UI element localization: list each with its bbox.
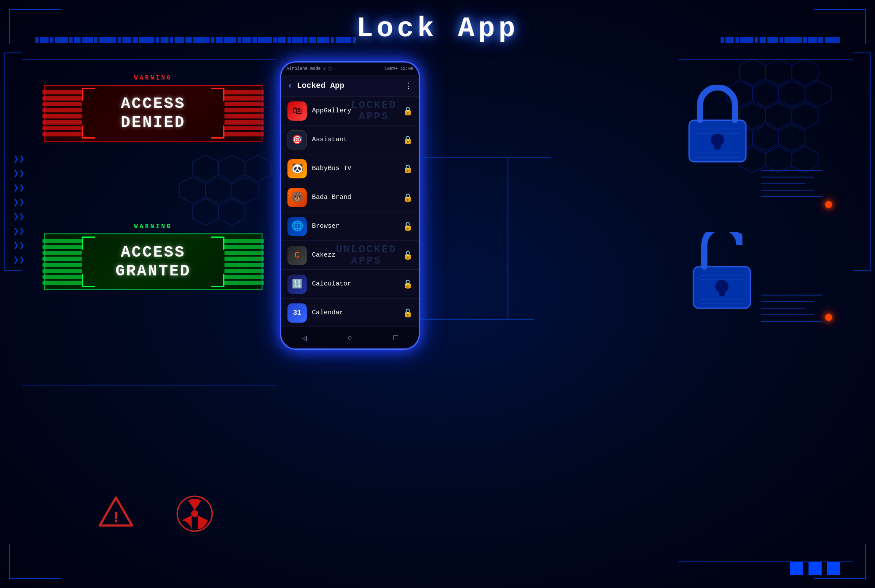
left-chevrons: ❯❯ ❯❯ ❯❯ ❯❯ ❯❯ ❯❯ ❯❯ ❯❯ [13, 153, 25, 266]
phone-camera [328, 66, 332, 71]
svg-rect-38 [719, 286, 725, 296]
nav-recent-button[interactable]: □ [393, 334, 398, 342]
corner-bl [9, 544, 61, 579]
app-icon-calendar: 31 [287, 303, 307, 323]
radiation-icon [175, 494, 214, 536]
app-name-calculator: Calculator [312, 280, 403, 288]
h-line-bottom [22, 385, 276, 386]
more-button[interactable]: ⋮ [405, 81, 413, 90]
app-item-cakezz[interactable]: C Cakezz UNLOCKEDAPPS 🔓 [281, 241, 419, 270]
svg-marker-20 [779, 125, 805, 151]
phone-status-bar: Airplane mode ✈ 100%+ 12:09 [281, 63, 419, 75]
connect-line-1 [420, 157, 508, 158]
stripe-left-denied [42, 90, 82, 136]
app-item-bada[interactable]: 🐻 Bada Brand 🔒 [281, 183, 419, 212]
svg-marker-12 [752, 81, 779, 107]
app-name-assistant: Assistant [312, 136, 403, 143]
lock-icon-calendar[interactable]: 🔓 [403, 308, 413, 318]
app-screen-title: Locked App [297, 81, 400, 90]
h-line-top [22, 59, 276, 60]
connect-line-3 [508, 157, 551, 158]
access-granted-text: ACCESS GRANTED [116, 243, 191, 281]
svg-rect-30 [714, 140, 721, 150]
app-icon-cakezz: C [287, 246, 307, 265]
svg-marker-14 [805, 81, 831, 107]
right-bracket-decoration [853, 52, 871, 271]
app-name-calendar: Calendar [312, 309, 403, 317]
app-list: 🛍 AppGallery LOCKEDAPPS 🔒 🎯 Assistant 🔒 [281, 97, 419, 327]
svg-marker-19 [752, 125, 779, 151]
bracket-tl-denied [82, 88, 95, 101]
watermark-locked: LOCKEDAPPS [351, 99, 397, 122]
phone-frame: Airplane mode ✈ 100%+ 12:09 ‹ Locked App… [280, 61, 420, 350]
stripe-left-granted [42, 239, 82, 285]
svg-marker-13 [779, 81, 805, 107]
svg-marker-4 [206, 177, 232, 203]
warning-granted-label: WARNING [44, 223, 262, 230]
nav-back-button[interactable]: ◁ [302, 333, 307, 343]
app-item-appgallery[interactable]: 🛍 AppGallery LOCKEDAPPS 🔒 [281, 97, 419, 125]
app-item-browser[interactable]: 🌐 Browser 🔓 [281, 212, 419, 241]
svg-marker-3 [179, 177, 206, 203]
access-granted-panel: WARNING ACCESS GRA [44, 223, 262, 290]
svg-marker-0 [192, 155, 219, 181]
svg-marker-5 [232, 177, 258, 203]
app-icon-browser: 🌐 [287, 217, 307, 236]
dot-sq-3 [827, 562, 840, 575]
stripe-right-denied [224, 90, 264, 136]
app-name-babybus: BabyBus TV [312, 165, 403, 172]
back-button[interactable]: ‹ [287, 80, 293, 90]
lock-closed-icon [682, 85, 752, 166]
bracket-bl-denied [82, 125, 95, 139]
top-deco-left [35, 37, 356, 43]
app-item-babybus[interactable]: 🐼 BabyBus TV 🔒 [281, 154, 419, 183]
status-airplane: Airplane mode ✈ [287, 66, 326, 71]
right-tech-lines [761, 166, 831, 201]
access-denied-box: ACCESS DENIED [44, 85, 262, 142]
bracket-tr-denied [211, 88, 224, 101]
watermark-unlocked: UNLOCKEDAPPS [336, 244, 397, 267]
lock-icon-calculator[interactable]: 🔓 [403, 279, 413, 289]
svg-marker-7 [219, 199, 245, 225]
warning-denied-label: WARNING [44, 74, 262, 81]
app-name-bada: Bada Brand [312, 194, 403, 201]
lock-icon-browser[interactable]: 🔓 [403, 222, 413, 231]
svg-marker-16 [766, 103, 792, 129]
phone-content: ‹ Locked App ⋮ 🛍 AppGallery LOCKEDAPPS 🔒 [281, 75, 419, 327]
app-item-calculator[interactable]: 🔢 Calculator 🔓 [281, 270, 419, 299]
phone-mockup: Airplane mode ✈ 100%+ 12:09 ‹ Locked App… [280, 61, 420, 498]
dot-sq-1 [790, 562, 803, 575]
svg-point-27 [191, 510, 198, 517]
access-denied-panel: WARNING ACCESS DEN [44, 74, 262, 142]
glow-dot-1 [825, 201, 832, 208]
svg-marker-2 [245, 155, 271, 181]
lock-icon-babybus[interactable]: 🔒 [403, 164, 413, 174]
svg-marker-8 [739, 59, 766, 85]
bracket-br-denied [211, 125, 224, 139]
status-time-battery: 100%+ 12:09 [385, 66, 413, 71]
svg-marker-17 [792, 103, 818, 129]
access-denied-text: ACCESS DENIED [121, 94, 186, 132]
app-icon-assistant: 🎯 [287, 130, 307, 150]
phone-navbar: ◁ ○ □ [281, 327, 419, 348]
app-item-assistant[interactable]: 🎯 Assistant 🔒 [281, 125, 419, 154]
h-line-bottom-right [678, 561, 853, 562]
connect-line-2 [420, 319, 508, 320]
page-title: Lock App [356, 13, 518, 45]
warning-triangle-icon: ! [96, 494, 136, 531]
app-item-calendar[interactable]: 31 Calendar 🔓 [281, 299, 419, 327]
access-granted-box: ACCESS GRANTED [44, 233, 262, 290]
app-icon-bada: 🐻 [287, 188, 307, 207]
lock-icon-appgallery[interactable]: 🔒 [403, 106, 413, 116]
lock-icon-bada[interactable]: 🔒 [403, 193, 413, 202]
nav-home-button[interactable]: ○ [348, 334, 353, 342]
app-icon-appgallery: 🛍 [287, 101, 307, 121]
bottom-squares [790, 562, 840, 575]
bracket-br-granted [211, 274, 224, 287]
app-icon-calculator: 🔢 [287, 275, 307, 294]
lock-icon-cakezz[interactable]: 🔓 [403, 251, 413, 260]
dot-sq-2 [808, 562, 822, 575]
connect-line-v [508, 157, 508, 319]
app-icon-babybus: 🐼 [287, 159, 307, 178]
lock-icon-assistant[interactable]: 🔒 [403, 135, 413, 145]
